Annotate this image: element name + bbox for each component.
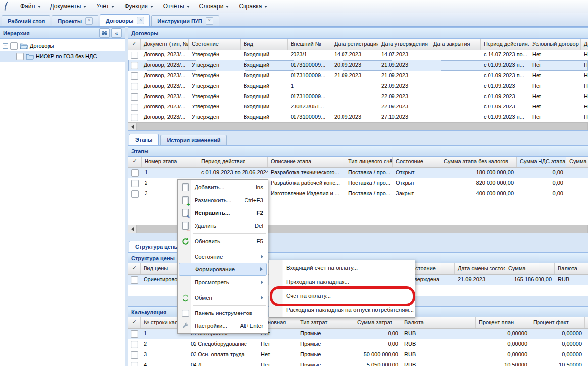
column-header[interactable]: Период действия bbox=[198, 157, 268, 167]
menubar-item-3[interactable]: Функции bbox=[119, 1, 158, 12]
menu-item-1[interactable]: Приходная накладная... bbox=[270, 275, 414, 289]
column-header[interactable]: Сумма этапа без налогов bbox=[441, 157, 517, 167]
column-header[interactable]: Тип затрат bbox=[297, 317, 354, 328]
column-header[interactable]: Дата утверждения bbox=[378, 39, 430, 50]
column-header[interactable]: Внешний № bbox=[288, 39, 331, 50]
column-header[interactable]: Сумма НДС этапа bbox=[517, 157, 566, 167]
column-header[interactable]: Процент факт bbox=[530, 317, 585, 328]
select-all-header[interactable]: ✓ bbox=[128, 39, 141, 50]
scroll-left-icon[interactable] bbox=[128, 123, 137, 130]
table-row[interactable]: Договор, 2023/...УтверждёнВходящий2023/1… bbox=[128, 50, 588, 60]
column-header[interactable]: Сумма э bbox=[566, 157, 588, 167]
row-checkbox[interactable] bbox=[131, 276, 138, 284]
menubar-item-4[interactable]: Отчёты bbox=[158, 1, 195, 12]
tree-collapse-icon[interactable]: − bbox=[3, 43, 8, 49]
table-row[interactable]: Договор, 2023/...УтверждёнВходящий017310… bbox=[128, 60, 588, 71]
row-checkbox[interactable] bbox=[131, 114, 138, 121]
search-binoculars-icon[interactable] bbox=[99, 28, 110, 38]
column-header[interactable]: Вид bbox=[241, 39, 288, 50]
tab-stage-0[interactable]: Этапы bbox=[129, 134, 159, 145]
column-header[interactable]: Сумма затрат bbox=[354, 317, 401, 328]
window-tab-0[interactable]: Рабочий стол bbox=[2, 15, 50, 26]
row-checkbox[interactable] bbox=[131, 169, 139, 177]
menu-item-9[interactable]: Просмотреть bbox=[179, 276, 267, 289]
tab-close-icon[interactable]: × bbox=[137, 17, 144, 24]
select-all-header[interactable]: ✓ bbox=[128, 317, 141, 328]
tree-node-1[interactable]: НИОКР по ГОЗ без НДС bbox=[0, 51, 125, 62]
row-checkbox[interactable] bbox=[131, 52, 138, 59]
menu-item-3[interactable]: Расходная накладная на отпуск потребител… bbox=[270, 303, 414, 316]
column-header[interactable]: Процент план bbox=[476, 317, 530, 328]
row-checkbox[interactable] bbox=[131, 93, 138, 101]
row-checkbox[interactable] bbox=[131, 362, 138, 366]
window-tab-3[interactable]: Инструкции ПУП× bbox=[151, 15, 219, 26]
table-row[interactable]: Договор, 2023/...УтверждёнВходящий017310… bbox=[128, 92, 588, 102]
row-checkbox[interactable] bbox=[131, 72, 138, 80]
menu-item-11[interactable]: Обмен bbox=[179, 291, 267, 304]
column-header[interactable]: Валюта bbox=[401, 317, 476, 328]
window-tab-1[interactable]: Проекты× bbox=[52, 15, 98, 26]
collapse-panel-icon[interactable]: « bbox=[111, 28, 122, 38]
row-checkbox[interactable] bbox=[131, 180, 139, 187]
row-checkbox[interactable] bbox=[131, 190, 139, 198]
table-row[interactable]: 1с 01.09.2023 по 28.06.2024Разработка те… bbox=[128, 168, 588, 178]
menu-item-14[interactable]: Настройки...Alt+Enter bbox=[179, 319, 267, 332]
select-all-header[interactable]: ✓ bbox=[128, 263, 141, 274]
scrollbar-thumb[interactable] bbox=[137, 123, 588, 130]
tree-node-checkbox[interactable] bbox=[10, 42, 18, 50]
column-header[interactable]: Период действия.. bbox=[481, 39, 529, 50]
column-header[interactable]: Дата регистрации. bbox=[331, 39, 378, 50]
tab-stage-1[interactable]: История изменений bbox=[160, 135, 227, 145]
table-row[interactable]: 404 Д...НетПрямые5 050 000,00RUB10,50000… bbox=[128, 360, 588, 366]
menubar-item-5[interactable]: Словари bbox=[195, 1, 234, 12]
tab-close-icon[interactable]: × bbox=[85, 17, 93, 25]
menu-item-2[interactable]: Счёт на оплату... bbox=[270, 289, 414, 303]
column-header[interactable]: Условный договор bbox=[529, 39, 581, 50]
horizontal-scrollbar[interactable] bbox=[128, 122, 588, 130]
table-row[interactable]: 202 СпецоборудованиеНетПрямые0,00RUB0,00… bbox=[128, 339, 588, 350]
menu-item-8[interactable]: Формирование bbox=[179, 263, 267, 276]
column-header[interactable] bbox=[585, 317, 588, 328]
column-header[interactable]: Состояние bbox=[393, 157, 441, 167]
select-all-header[interactable]: ✓ bbox=[128, 157, 142, 167]
column-header[interactable]: Дог bbox=[581, 39, 588, 50]
menu-item-5[interactable]: ОбновитьF5 bbox=[179, 235, 267, 248]
tree-node-0[interactable]: −Договоры bbox=[0, 40, 125, 51]
column-header[interactable]: Документ (тип, № bbox=[141, 39, 189, 50]
menu-item-7[interactable]: Состояние bbox=[179, 250, 267, 263]
menu-item-1[interactable]: +Размножить...Ctrl+F3 bbox=[179, 194, 267, 207]
column-header[interactable]: Валюта bbox=[555, 263, 588, 274]
column-header[interactable]: Дата закрытия bbox=[430, 39, 481, 50]
tab-close-icon[interactable]: × bbox=[206, 17, 213, 25]
table-row[interactable]: Договор, 2023/...УтверждёнВходящий017310… bbox=[128, 112, 588, 123]
row-checkbox[interactable] bbox=[131, 341, 138, 348]
column-header[interactable]: Номер этапа bbox=[142, 157, 198, 167]
scroll-left-icon[interactable] bbox=[128, 225, 137, 233]
row-checkbox[interactable] bbox=[131, 62, 138, 69]
row-checkbox[interactable] bbox=[131, 104, 138, 111]
menubar-item-6[interactable]: Справка bbox=[234, 1, 272, 12]
menu-item-0[interactable]: Добавить...Ins bbox=[179, 181, 267, 194]
column-header[interactable]: Описание этапа bbox=[268, 157, 345, 167]
menubar-item-0[interactable]: Файл bbox=[15, 1, 46, 12]
table-row[interactable]: Договор, 2023/...УтверждёнВходящий230823… bbox=[128, 102, 588, 112]
column-header[interactable]: Сумма bbox=[505, 263, 555, 274]
menu-item-2[interactable]: ✎Исправить...F2 bbox=[179, 207, 267, 219]
column-header[interactable]: Дата смены состоя bbox=[455, 263, 505, 274]
table-row[interactable]: Договор, 2023/...УтверждёнВходящий122.09… bbox=[128, 81, 588, 92]
window-tab-2[interactable]: Договоры× bbox=[100, 14, 150, 26]
table-row[interactable]: 303 Осн. оплата трудаНетПрямые50 000 000… bbox=[128, 350, 588, 360]
menubar-item-2[interactable]: Учёт bbox=[91, 1, 119, 12]
column-header[interactable]: Состояние bbox=[189, 39, 241, 50]
row-checkbox[interactable] bbox=[131, 330, 138, 338]
table-row[interactable]: Договор, 2023/...УтверждёнВходящий017310… bbox=[128, 71, 588, 81]
menubar-item-1[interactable]: Документы bbox=[46, 1, 92, 12]
tab-price-structure[interactable]: Структура цены bbox=[129, 241, 185, 252]
column-header[interactable]: Тип лицевого счёт bbox=[345, 157, 393, 167]
menu-item-13[interactable]: Панель инструментов bbox=[179, 307, 267, 319]
menu-item-0[interactable]: Входящий счёт на оплату... bbox=[270, 261, 414, 275]
row-checkbox[interactable] bbox=[131, 83, 138, 90]
tree-node-checkbox[interactable] bbox=[16, 53, 24, 60]
row-checkbox[interactable] bbox=[131, 351, 138, 359]
menu-item-3[interactable]: −УдалитьDel bbox=[179, 219, 267, 232]
